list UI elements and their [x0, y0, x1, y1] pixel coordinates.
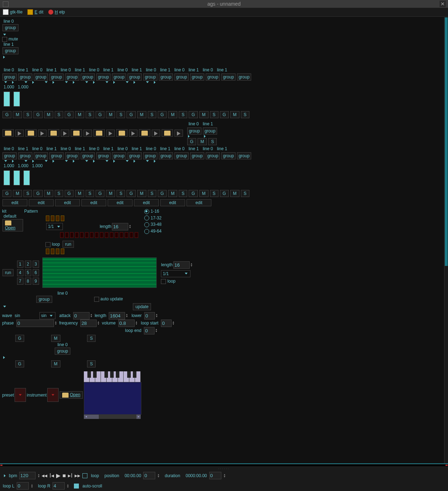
pattern-index[interactable] — [56, 249, 59, 254]
pattern-cell[interactable] — [115, 232, 118, 238]
m-button[interactable]: M — [51, 360, 60, 367]
vertical-scrollbar[interactable] — [444, 17, 448, 478]
group-button[interactable]: group — [2, 73, 17, 81]
m-button[interactable]: M — [13, 190, 22, 197]
g-button[interactable]: G — [189, 111, 198, 118]
g-button[interactable]: G — [96, 111, 104, 118]
m-button[interactable]: M — [199, 190, 209, 197]
seq-num-button[interactable]: 9 — [33, 278, 39, 285]
group-button[interactable]: group — [128, 152, 142, 159]
lower-input[interactable] — [144, 312, 155, 320]
expand-icon[interactable] — [73, 81, 75, 84]
menu-file[interactable]: gtk-file — [3, 9, 22, 15]
edit-button[interactable]: edit — [108, 199, 133, 206]
pattern-index[interactable] — [56, 216, 59, 221]
group-button[interactable]: group — [128, 73, 142, 81]
channel-slider[interactable] — [23, 170, 30, 185]
play-button[interactable] — [61, 130, 69, 137]
group-button[interactable]: group — [237, 73, 251, 81]
timeline-strip[interactable] — [0, 464, 448, 467]
pattern-cell[interactable] — [105, 232, 108, 238]
channel-slider[interactable] — [4, 170, 10, 185]
play-button[interactable] — [174, 130, 183, 137]
seq-num-button[interactable]: 4 — [17, 269, 23, 276]
m-button[interactable]: M — [198, 138, 207, 145]
expand-icon[interactable] — [25, 160, 27, 162]
g-button[interactable]: G — [189, 190, 198, 197]
s-button[interactable]: S — [117, 111, 125, 118]
group-button[interactable]: group — [49, 73, 64, 81]
expand-icon[interactable] — [188, 135, 190, 138]
edit-button[interactable]: edit — [81, 199, 106, 206]
update-button[interactable]: update — [133, 303, 151, 310]
expand-icon[interactable] — [4, 474, 6, 477]
mute-checkbox[interactable] — [2, 37, 7, 42]
g-button[interactable]: G — [158, 111, 167, 118]
loopstart-input[interactable] — [161, 320, 172, 327]
group-button[interactable]: group — [206, 152, 220, 159]
skip-back-icon[interactable]: I◂ — [49, 472, 54, 479]
g-button[interactable]: G — [220, 190, 229, 197]
seq-num-button[interactable]: 2 — [25, 261, 31, 268]
g-button[interactable]: G — [33, 111, 42, 118]
group-button[interactable]: group — [65, 73, 79, 81]
m-button[interactable]: M — [230, 190, 239, 197]
folder-button[interactable] — [116, 129, 128, 137]
play-button[interactable] — [15, 130, 24, 137]
range-radio[interactable] — [144, 229, 149, 234]
expand-icon[interactable] — [106, 81, 108, 83]
m-button[interactable]: M — [51, 335, 60, 342]
step-grid[interactable] — [42, 257, 157, 288]
expand-icon[interactable] — [3, 306, 6, 307]
play-button[interactable] — [38, 130, 47, 137]
play-icon[interactable]: ▶ — [56, 472, 60, 479]
ffwd-icon[interactable]: ▸▸ — [75, 472, 80, 479]
seq-length-input[interactable] — [173, 261, 190, 269]
seq-num-button[interactable]: 8 — [25, 278, 31, 285]
folder-button[interactable] — [2, 129, 14, 137]
position-input[interactable] — [143, 472, 155, 479]
m-button[interactable]: M — [168, 111, 177, 118]
pattern-index[interactable] — [46, 249, 49, 254]
group-button[interactable]: group — [206, 73, 220, 81]
group-button[interactable]: group — [2, 152, 17, 159]
expand-icon[interactable] — [93, 81, 95, 84]
expand-icon[interactable] — [204, 135, 206, 138]
expand-icon[interactable] — [45, 160, 48, 162]
g-button[interactable]: G — [126, 111, 135, 118]
seq-num-button[interactable]: 3 — [33, 261, 39, 268]
s-button[interactable]: S — [210, 190, 218, 197]
channel-slider[interactable] — [14, 92, 20, 107]
expand-icon[interactable] — [25, 81, 27, 83]
rewind-icon[interactable]: ◂◂ — [42, 472, 47, 479]
m-button[interactable]: M — [106, 190, 115, 197]
group-button[interactable]: group — [159, 73, 173, 81]
folder-button[interactable] — [48, 129, 59, 137]
m-button[interactable]: M — [44, 190, 53, 197]
edit-button[interactable]: edit — [55, 199, 80, 206]
expand-icon[interactable] — [4, 160, 7, 162]
expand-icon[interactable] — [53, 160, 54, 163]
skip-fwd-icon[interactable]: ▸I — [68, 472, 72, 479]
group-button[interactable]: group — [96, 152, 110, 159]
bpm-input[interactable] — [19, 472, 36, 479]
group-button[interactable]: group — [203, 127, 217, 135]
channel-slider[interactable] — [14, 170, 20, 185]
expand-icon[interactable] — [45, 81, 48, 83]
g-button[interactable]: G — [126, 190, 135, 197]
pattern-cell[interactable] — [85, 232, 88, 238]
expand-icon[interactable] — [12, 81, 14, 84]
folder-button[interactable] — [71, 129, 82, 137]
menu-help[interactable]: Help — [48, 9, 65, 15]
expand-icon[interactable] — [12, 160, 14, 163]
g-button[interactable]: G — [158, 190, 167, 197]
m-button[interactable]: M — [230, 111, 239, 118]
group-button[interactable]: group — [237, 152, 251, 159]
volume-input[interactable] — [118, 320, 135, 327]
piano-view[interactable] — [84, 382, 141, 415]
group-button[interactable]: group — [174, 152, 189, 159]
seq-num-button[interactable]: 5 — [25, 269, 31, 276]
open-button[interactable]: Open — [2, 219, 23, 231]
s-button[interactable]: S — [179, 111, 187, 118]
group-button[interactable]: group — [143, 152, 157, 159]
